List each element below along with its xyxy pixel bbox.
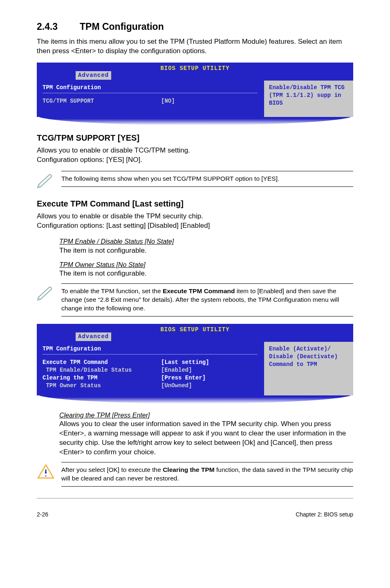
bios-row: Clearing the TPM [Press Enter] (43, 374, 258, 382)
bios-row: TPM Enable/Disable Status [Enabled] (43, 366, 258, 374)
footer-divider (37, 498, 353, 498)
bios-panel-2: BIOS SETUP UTILITY Advanced TPM Configur… (37, 324, 353, 403)
bios-header: BIOS SETUP UTILITY Advanced (37, 63, 353, 81)
exec-heading: Execute TPM Command [Last setting] (37, 198, 353, 209)
bios-item-value: [UnOwned] (161, 382, 192, 390)
sub2-title: TPM Owner Status [No State] (59, 260, 353, 269)
note-box-3: After you select [OK] to execute the Cle… (37, 462, 353, 487)
clearing-block: Clearing the TPM [Press Enter] Allows yo… (59, 411, 353, 457)
bios-help-pane: Enable/Disable TPM TCG (TPM 1.1/1.2) sup… (263, 81, 353, 117)
bios-panel-1: BIOS SETUP UTILITY Advanced TPM Configur… (37, 63, 353, 125)
note-box-2: To enable the TPM function, set the Exec… (37, 283, 353, 316)
clearing-title: Clearing the TPM [Press Enter] (59, 411, 353, 420)
tcg-line1: Allows you to enable or disable TCG/TPM … (37, 146, 353, 155)
sub-item-1: TPM Enable / Disable Status [No State] T… (59, 237, 353, 256)
note2-part-a: To enable the TPM function, set the (61, 287, 163, 294)
sub-item-2: TPM Owner Status [No State] The item is … (59, 260, 353, 279)
bios-body: TPM Configuration Execute TPM Command [L… (37, 342, 353, 395)
bios-item-value: [Enabled] (161, 366, 192, 374)
bios-item-label: TCG/TPM SUPPORT (43, 97, 161, 105)
chapter-label: Chapter 2: BIOS setup (296, 511, 353, 518)
divider (43, 93, 258, 93)
bios-row: TPM Owner Status [UnOwned] (43, 382, 258, 390)
exec-line1: Allows you to enable or disable the TPM … (37, 212, 353, 221)
note2-bold: Execute TPM Command (163, 287, 235, 294)
bios-item-value: [NO] (161, 97, 175, 105)
bios-item-value: [Last setting] (161, 359, 209, 366)
bios-item-label: Execute TPM Command (43, 359, 161, 366)
sub1-title: TPM Enable / Disable Status [No State] (59, 237, 353, 246)
note-text: To enable the TPM function, set the Exec… (61, 283, 353, 316)
pencil-icon (37, 171, 61, 191)
note3-part-a: After you select [OK] to execute the (61, 466, 163, 473)
svg-point-1 (45, 475, 46, 476)
bios-row: TCG/TPM SUPPORT [NO] (43, 97, 258, 105)
clearing-body: Allows you to clear the user information… (59, 420, 353, 457)
sub2-body: The item is not configurable. (59, 269, 353, 278)
sub1-body: The item is not configurable. (59, 246, 353, 256)
bios-item-label: TPM Owner Status (43, 382, 161, 390)
divider (43, 354, 258, 355)
note3-bold: Clearing the TPM (163, 466, 215, 473)
note-text: After you select [OK] to execute the Cle… (61, 462, 353, 487)
bios-tab-advanced: Advanced (76, 71, 111, 80)
bios-left-pane: TPM Configuration Execute TPM Command [L… (37, 342, 263, 395)
bios-config-title: TPM Configuration (43, 345, 258, 353)
bios-item-label: TPM Enable/Disable Status (43, 366, 161, 374)
bios-item-value: [Press Enter] (161, 374, 206, 382)
bios-config-title: TPM Configuration (43, 84, 258, 92)
pencil-icon (37, 283, 61, 303)
exec-line2: Configuration options: [Last setting] [D… (37, 221, 353, 231)
bios-body: TPM Configuration TCG/TPM SUPPORT [NO] E… (37, 81, 353, 117)
tcg-heading: TCG/TPM SUPPORT [YES] (37, 132, 353, 144)
section-heading: 2.4.3TPM Configuration (37, 20, 353, 33)
bios-left-pane: TPM Configuration TCG/TPM SUPPORT [NO] (37, 81, 263, 117)
tcg-line2: Configuration options: [YES] [NO]. (37, 155, 353, 165)
section-title-text: TPM Configuration (80, 21, 164, 32)
note-text: The following items show when you set TC… (61, 171, 353, 187)
svg-rect-2 (45, 469, 46, 473)
bios-help-pane: Enable (Activate)/ Disable (Deactivate) … (263, 342, 353, 395)
section-number: 2.4.3 (37, 20, 80, 33)
page-footer: 2-26 Chapter 2: BIOS setup (37, 508, 353, 518)
note-box-1: The following items show when you set TC… (37, 171, 353, 191)
intro-text: The items in this menu allow you to set … (37, 37, 353, 56)
bios-item-label: Clearing the TPM (43, 374, 161, 382)
bios-row: Execute TPM Command [Last setting] (43, 359, 258, 366)
bios-header: BIOS SETUP UTILITY Advanced (37, 324, 353, 342)
bios-tab-advanced: Advanced (76, 332, 111, 341)
page-number: 2-26 (37, 511, 48, 518)
warning-icon (37, 462, 61, 482)
